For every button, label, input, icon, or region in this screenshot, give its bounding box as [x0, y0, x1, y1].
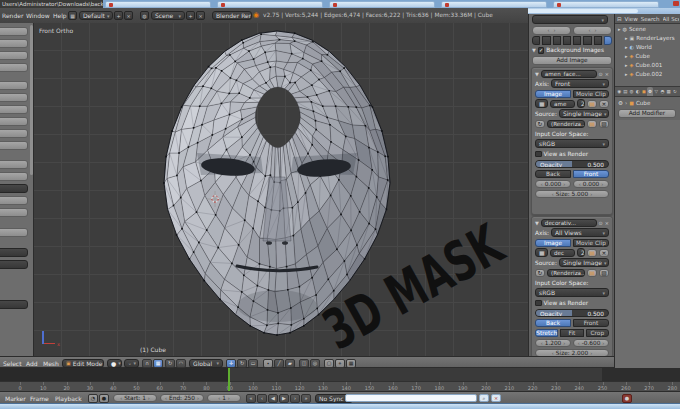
proportional-edit-icon[interactable]: ◎	[310, 359, 320, 368]
outliner-item-cube.002[interactable]: ▸◈Cube.002	[615, 69, 680, 78]
image-browse-icon[interactable]: ▦	[535, 99, 548, 108]
tool-select[interactable]	[0, 248, 28, 257]
close-icon[interactable]: ×	[605, 220, 609, 226]
scale-manipulator-icon[interactable]: ▭	[248, 359, 258, 368]
scene-add-button[interactable]: +	[186, 11, 195, 20]
offset-x-field[interactable]: 1.200	[535, 339, 571, 348]
menu-frame[interactable]: Frame	[30, 395, 49, 402]
value-field-a[interactable]	[532, 26, 571, 35]
image-datablock-field[interactable]: ame	[550, 100, 575, 109]
tool-select[interactable]	[0, 300, 28, 309]
expand-icon[interactable]: ▸	[618, 26, 621, 32]
menu-add[interactable]: Add	[26, 360, 38, 367]
back-toggle[interactable]: Back	[535, 170, 571, 179]
offset-y-field[interactable]: 0.000	[573, 180, 609, 189]
menu-select[interactable]: Select	[3, 360, 22, 367]
curve-handle-icon[interactable]: ◠	[176, 359, 186, 368]
tool-button[interactable]	[0, 63, 28, 72]
time-icon-button[interactable]: ◔	[88, 394, 98, 403]
edge-select-icon[interactable]: ╱	[274, 359, 284, 368]
close-icon[interactable]: ×	[605, 71, 609, 77]
npanel-top-select[interactable]: ▾	[532, 15, 608, 24]
value-field-b[interactable]	[573, 26, 612, 35]
reload-icon[interactable]: ↻	[535, 269, 545, 278]
jump-to-start-icon[interactable]: «	[246, 394, 256, 403]
tool-button[interactable]	[0, 228, 28, 237]
render-engine-select[interactable]: Blender Render▾	[212, 11, 252, 20]
mini-toggle[interactable]	[532, 36, 540, 45]
play-reverse-icon[interactable]: ◀	[268, 394, 278, 403]
colorspace-select[interactable]: sRGB▾	[535, 288, 609, 297]
front-toggle[interactable]: Front	[573, 170, 609, 179]
mini-toggle[interactable]	[573, 36, 581, 45]
tool-button[interactable]	[0, 117, 28, 126]
tool-button[interactable]	[0, 172, 28, 181]
physics-tab-icon[interactable]: ↻	[672, 87, 678, 96]
start-frame-field[interactable]: Start: 1	[113, 394, 157, 403]
viewport-canvas[interactable]: Front Ortho (1) Cube x 3D MASK	[34, 23, 528, 356]
play-icon[interactable]: ▶	[279, 394, 289, 403]
autokey-icon-button[interactable]: ●	[99, 394, 109, 403]
offset-y-field[interactable]: -0.600	[573, 339, 609, 348]
image-name-field[interactable]: amen_face...	[541, 70, 597, 79]
axis-select[interactable]: Front▾	[551, 79, 609, 88]
panel-expand-icon[interactable]: ▼	[535, 71, 539, 77]
close-icon[interactable]	[673, 1, 679, 6]
outliner-item-world[interactable]: ▸◐World	[615, 42, 680, 51]
translate-manipulator-icon[interactable]: ✛	[226, 359, 236, 368]
image-icon[interactable]: ▨	[599, 120, 609, 129]
mini-toggle[interactable]	[583, 36, 591, 45]
outliner-menu-view[interactable]: View	[625, 16, 638, 22]
front-toggle[interactable]: Front	[573, 319, 609, 328]
user-count-button[interactable]: 2	[577, 99, 585, 108]
tool-select[interactable]	[0, 184, 28, 193]
menu-playback[interactable]: Playback	[55, 395, 82, 402]
folder-icon[interactable]: ▤	[587, 269, 597, 278]
expand-icon[interactable]: ▸	[625, 62, 628, 68]
tool-button[interactable]	[0, 81, 28, 90]
image-browse-icon[interactable]: ▦	[535, 248, 548, 257]
outliner-item-cube[interactable]: ▸◈Cube	[615, 51, 680, 60]
prev-keyframe-icon[interactable]: ‹	[257, 394, 267, 403]
pivot-select[interactable]: ◦▾	[124, 359, 139, 368]
tool-button[interactable]	[0, 196, 28, 205]
unlink-icon[interactable]: ×	[599, 249, 609, 258]
orientation-select[interactable]: Global▾	[189, 359, 223, 368]
expand-icon[interactable]: ▸	[625, 44, 628, 50]
browser-tab[interactable]	[441, 1, 547, 8]
tool-button[interactable]	[0, 208, 28, 217]
file-path-field[interactable]: (Renderiza...	[547, 269, 585, 278]
reload-icon[interactable]: ↻	[535, 120, 545, 129]
menu-mesh[interactable]: Mesh	[43, 360, 59, 367]
file-path-field[interactable]: (Renderiza...	[547, 120, 585, 129]
mode-select[interactable]: ▣ Edit Mode▾	[62, 359, 104, 368]
menu-window[interactable]: Window	[26, 12, 50, 19]
mini-toggle[interactable]	[542, 36, 550, 45]
size-field[interactable]: Size: 5.000	[535, 190, 609, 199]
render-border-icon[interactable]: ▢	[324, 359, 334, 368]
movie-clip-toggle[interactable]: Movie Clip	[573, 239, 609, 248]
stretch-toggle[interactable]: Stretch	[535, 329, 558, 338]
layout-delete-button[interactable]: ×	[124, 11, 133, 20]
scene-select[interactable]: Scene▾	[151, 11, 185, 20]
browser-tab[interactable]	[329, 1, 435, 8]
outliner-item-scene[interactable]: ▸◍Scene	[615, 24, 680, 33]
tool-shelf[interactable]	[0, 23, 34, 356]
tool-button[interactable]	[0, 141, 28, 150]
colorspace-select[interactable]: sRGB▾	[535, 139, 609, 148]
panel-expand-icon[interactable]: ▼	[535, 220, 539, 226]
vertex-select-icon[interactable]: ∙	[263, 359, 273, 368]
unlink-icon[interactable]: ×	[599, 100, 609, 109]
rotation-manipulator-icon[interactable]: ↻	[165, 359, 175, 368]
mini-toggle[interactable]	[563, 36, 571, 45]
current-frame-field[interactable]: 1	[207, 394, 241, 403]
folder-icon[interactable]: ▤	[587, 120, 597, 129]
find-close-icon[interactable]: ×	[491, 394, 501, 402]
axis-select[interactable]: All Views▾	[551, 228, 609, 237]
menu-marker[interactable]: Marker	[5, 395, 26, 402]
snap-element-icon[interactable]: ▦	[153, 359, 163, 368]
opacity-slider[interactable]: Opacity0.500	[535, 160, 609, 169]
browser-tab[interactable]	[105, 1, 211, 8]
add-image-button[interactable]: Add Image	[532, 56, 612, 65]
tool-select[interactable]	[0, 260, 28, 269]
